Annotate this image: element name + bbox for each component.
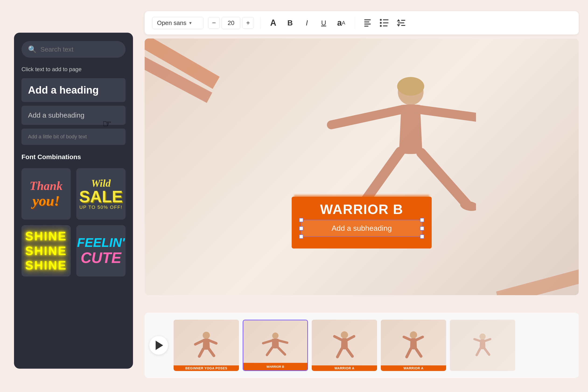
timeline-thumb-1[interactable]: BEGINNER YOGA POSES xyxy=(174,320,239,371)
timeline-items: BEGINNER YOGA POSES WARRIOR B xyxy=(174,313,574,378)
font-size-increase-button[interactable]: + xyxy=(242,17,254,29)
font-card-shine[interactable]: SHINE SHINE SHINE xyxy=(22,225,71,276)
thumb-5-figure xyxy=(471,331,494,359)
svg-point-6 xyxy=(341,331,348,338)
svg-point-7 xyxy=(410,331,417,338)
selection-handle-tr xyxy=(420,218,424,222)
thumb-1-figure xyxy=(192,329,220,362)
subheading-text: Add a subheading xyxy=(28,111,84,119)
thumb-4-figure xyxy=(400,329,428,362)
selection-handle-mr xyxy=(420,226,424,230)
font-card-thankyou[interactable]: Thank you! xyxy=(22,168,71,220)
you-text: you! xyxy=(30,193,63,208)
italic-icon: I xyxy=(306,19,308,27)
text-case-button[interactable]: aA xyxy=(334,16,348,30)
selection-handle-bl xyxy=(299,234,303,239)
underline-icon: U xyxy=(321,19,326,27)
list-icon xyxy=(380,19,388,27)
shine-line2: SHINE xyxy=(25,244,67,258)
bold-icon: B xyxy=(287,19,292,27)
svg-point-1 xyxy=(397,77,424,96)
align-left-icon xyxy=(362,18,373,28)
warrior-subheading-box[interactable]: Add a subheading xyxy=(301,220,422,237)
toolbar-divider-1 xyxy=(260,17,261,29)
thumb-2-inner: WARRIOR B xyxy=(243,320,307,370)
chevron-down-icon: ▾ xyxy=(189,20,192,26)
selection-handle-br xyxy=(420,234,424,239)
big-a-icon: a xyxy=(337,18,342,28)
thumb-1-inner: BEGINNER YOGA POSES xyxy=(174,320,239,371)
wild-sale-text: Wild SALE UP TO 50% OFF! xyxy=(79,178,123,210)
svg-point-5 xyxy=(272,332,278,339)
toolbar-divider-2 xyxy=(355,17,355,29)
timeline-thumb-4[interactable]: WARRIOR A xyxy=(381,320,446,371)
italic-button[interactable]: I xyxy=(301,17,313,29)
selection-handle-ml xyxy=(299,226,303,230)
font-combinations-grid: Thank you! Wild SALE UP TO 50% OFF! SHIN… xyxy=(22,168,126,276)
thank-text: Thank xyxy=(30,179,63,192)
shine-line3: SHINE xyxy=(25,258,67,272)
add-body-block[interactable]: Add a little bit of body text xyxy=(22,128,126,145)
svg-point-8 xyxy=(480,334,486,340)
decorative-stripe-3 xyxy=(496,268,579,295)
svg-point-4 xyxy=(203,332,210,339)
warrior-overlay[interactable]: WARRIOR B Add a subheading xyxy=(292,197,432,248)
left-panel: 🔍 Click text to add to page Add a headin… xyxy=(14,33,133,369)
search-input[interactable] xyxy=(40,46,119,53)
body-text: Add a little bit of body text xyxy=(28,134,87,140)
font-card-wildsale[interactable]: Wild SALE UP TO 50% OFF! xyxy=(76,168,126,220)
play-icon xyxy=(156,341,163,350)
shine-line1: SHINE xyxy=(25,229,67,243)
sale-text: SALE xyxy=(79,188,123,205)
feelin-text: FEELIN' xyxy=(77,236,125,250)
add-subheading-block[interactable]: Add a subheading ☞ xyxy=(22,106,126,125)
bold-button[interactable]: B xyxy=(284,17,296,29)
underline-button[interactable]: U xyxy=(318,17,330,29)
warrior-background: WARRIOR B Add a subheading xyxy=(292,197,432,248)
line-spacing-button[interactable] xyxy=(395,17,407,29)
thumb-3-label: WARRIOR A xyxy=(312,366,377,371)
font-size-decrease-button[interactable]: − xyxy=(208,17,220,29)
thumb-2-figure xyxy=(261,329,289,362)
font-selector[interactable]: Open sans ▾ xyxy=(152,17,204,29)
warrior-title: WARRIOR B xyxy=(301,201,422,217)
line-spacing-icon xyxy=(397,19,405,26)
font-size-value[interactable]: 20 xyxy=(222,17,240,29)
thumb-4-inner: WARRIOR A xyxy=(381,320,446,371)
click-to-add-label: Click text to add to page xyxy=(22,66,126,72)
font-size-control: − 20 + xyxy=(208,17,254,29)
list-button[interactable] xyxy=(378,17,390,29)
font-combinations-label: Font Combinations xyxy=(22,153,126,161)
font-name: Open sans xyxy=(157,19,186,26)
align-left-button[interactable] xyxy=(362,17,374,29)
thumb-1-label: BEGINNER YOGA POSES xyxy=(174,366,239,371)
thumb-2-label-bar: WARRIOR B xyxy=(243,363,307,370)
font-card-feelincute[interactable]: FEELIN' CUTE xyxy=(76,225,126,276)
heading-text: Add a heading xyxy=(28,84,99,96)
thankyou-text: Thank you! xyxy=(30,179,63,208)
discount-text: UP TO 50% OFF! xyxy=(79,205,123,210)
cursor-hand-icon: ☞ xyxy=(102,118,112,130)
cute-text: CUTE xyxy=(77,250,125,266)
font-color-button[interactable]: A xyxy=(267,17,279,29)
timeline-thumb-2[interactable]: WARRIOR B xyxy=(243,320,308,371)
add-heading-block[interactable]: Add a heading xyxy=(22,78,126,102)
search-icon: 🔍 xyxy=(28,45,37,54)
wild-text: Wild xyxy=(79,178,123,188)
timeline-thumb-3[interactable]: WARRIOR A xyxy=(312,320,377,371)
feelincute-text: FEELIN' CUTE xyxy=(77,236,125,266)
timeline-thumb-5[interactable] xyxy=(450,320,515,371)
play-button[interactable] xyxy=(149,336,168,355)
thumb-3-inner: WARRIOR A xyxy=(312,320,377,371)
thumb-2-label: WARRIOR B xyxy=(266,365,284,368)
canvas-image: WARRIOR B Add a subheading xyxy=(145,38,579,295)
text-toolbar: Open sans ▾ − 20 + A B I U aA xyxy=(145,11,579,34)
search-bar[interactable]: 🔍 xyxy=(22,41,126,58)
thumb-4-label: WARRIOR A xyxy=(381,366,446,371)
small-a-icon: A xyxy=(342,20,345,26)
warrior-subheading-text: Add a subheading xyxy=(332,224,392,232)
thumb-5-inner xyxy=(450,320,515,371)
shine-text: SHINE SHINE SHINE xyxy=(25,229,67,272)
timeline: BEGINNER YOGA POSES WARRIOR B xyxy=(145,313,579,378)
large-a-icon: A xyxy=(270,18,276,28)
